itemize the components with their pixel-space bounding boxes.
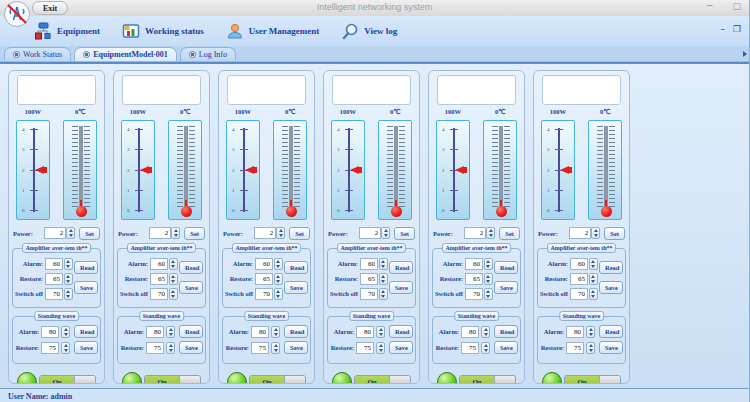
spinner-down-icon[interactable] [487,233,494,238]
standing-wave-group-title[interactable]: Standing wave [349,311,395,321]
spinner-down-icon[interactable] [382,233,389,238]
power-input[interactable] [464,227,486,239]
power-input[interactable] [149,227,171,239]
amplifier-restore-spinner[interactable] [274,273,283,285]
spinner-down-icon[interactable] [172,233,179,238]
spinner-down-icon[interactable] [272,332,279,337]
amplifier-read-button[interactable]: Read [284,261,308,274]
power-spinner[interactable] [591,227,600,239]
minimize-icon[interactable]: ─ [707,1,712,11]
standing-wave-save-button[interactable]: Save [494,341,518,354]
amplifier-alarm-spinner[interactable] [64,258,73,270]
standing-wave-restore-input[interactable] [356,342,374,354]
amplifier-switch-off-input[interactable] [255,288,273,300]
amplifier-switch-off-spinner[interactable] [379,288,388,300]
amplifier-restore-input[interactable] [570,273,588,285]
power-on-toggle[interactable]: On [39,375,96,385]
spinner-down-icon[interactable] [380,294,387,299]
amplifier-alarm-input[interactable] [360,258,378,270]
amplifier-alarm-spinner[interactable] [589,258,598,270]
spinner-down-icon[interactable] [275,264,282,269]
amplifier-group-title[interactable]: Amplifier over-tem th** [232,243,302,253]
standing-wave-group-title[interactable]: Standing wave [454,311,500,321]
view-log-button[interactable]: View log [337,18,401,44]
amplifier-read-button[interactable]: Read [179,261,203,274]
amplifier-switch-off-spinner[interactable] [274,288,283,300]
exit-button[interactable]: Exit [32,1,68,15]
amplifier-switch-off-spinner[interactable] [484,288,493,300]
mdi-minimize-icon[interactable]: – [720,24,725,34]
standing-wave-restore-spinner[interactable] [481,342,490,354]
spinner-down-icon[interactable] [65,294,72,299]
standing-wave-read-button[interactable]: Read [74,325,98,338]
set-button[interactable]: Set [499,227,520,240]
spinner-down-icon[interactable] [275,294,282,299]
standing-wave-restore-spinner[interactable] [271,342,280,354]
standing-wave-save-button[interactable]: Save [389,341,413,354]
amplifier-save-button[interactable]: Save [599,281,623,294]
standing-wave-read-button[interactable]: Read [389,325,413,338]
power-on-toggle[interactable]: On [249,375,306,385]
maximize-icon[interactable]: ▢ [732,1,741,11]
spinner-down-icon[interactable] [277,233,284,238]
spinner-down-icon[interactable] [272,348,279,353]
standing-wave-alarm-input[interactable] [566,326,584,338]
spinner-down-icon[interactable] [62,348,69,353]
amplifier-group-title[interactable]: Amplifier over-tem th** [547,243,617,253]
amplifier-read-button[interactable]: Read [599,261,623,274]
amplifier-save-button[interactable]: Save [389,281,413,294]
spinner-down-icon[interactable] [65,279,72,284]
standing-wave-group-title[interactable]: Standing wave [244,311,290,321]
spinner-down-icon[interactable] [587,332,594,337]
spinner-down-icon[interactable] [485,294,492,299]
standing-wave-restore-input[interactable] [146,342,164,354]
standing-wave-read-button[interactable]: Read [284,325,308,338]
power-on-toggle[interactable]: On [144,375,201,385]
amplifier-restore-input[interactable] [150,273,168,285]
power-input[interactable] [44,227,66,239]
standing-wave-group-title[interactable]: Standing wave [139,311,185,321]
amplifier-save-button[interactable]: Save [179,281,203,294]
standing-wave-alarm-input[interactable] [461,326,479,338]
standing-wave-save-button[interactable]: Save [284,341,308,354]
amplifier-switch-off-spinner[interactable] [169,288,178,300]
amplifier-alarm-input[interactable] [255,258,273,270]
power-spinner[interactable] [276,227,285,239]
amplifier-restore-input[interactable] [255,273,273,285]
standing-wave-group-title[interactable]: Standing wave [34,311,80,321]
standing-wave-read-button[interactable]: Read [179,325,203,338]
standing-wave-alarm-spinner[interactable] [586,326,595,338]
tab-equipment-model-001[interactable]: EquipmentModel-001 [74,47,177,61]
spinner-down-icon[interactable] [377,332,384,337]
power-spinner[interactable] [171,227,180,239]
standing-wave-restore-spinner[interactable] [376,342,385,354]
spinner-down-icon[interactable] [377,348,384,353]
spinner-down-icon[interactable] [587,348,594,353]
spinner-down-icon[interactable] [170,294,177,299]
amplifier-save-button[interactable]: Save [494,281,518,294]
amplifier-save-button[interactable]: Save [74,281,98,294]
working-status-button[interactable]: Working status [118,18,208,44]
standing-wave-alarm-spinner[interactable] [376,326,385,338]
standing-wave-save-button[interactable]: Save [179,341,203,354]
amplifier-switch-off-input[interactable] [570,288,588,300]
amplifier-restore-spinner[interactable] [169,273,178,285]
spinner-down-icon[interactable] [590,264,597,269]
tab-work-status[interactable]: Work Status [4,47,71,61]
amplifier-switch-off-input[interactable] [45,288,63,300]
amplifier-group-title[interactable]: Amplifier over-tem th** [22,243,92,253]
standing-wave-read-button[interactable]: Read [599,325,623,338]
amplifier-alarm-spinner[interactable] [379,258,388,270]
power-spinner[interactable] [486,227,495,239]
amplifier-restore-input[interactable] [360,273,378,285]
spinner-down-icon[interactable] [482,332,489,337]
amplifier-save-button[interactable]: Save [284,281,308,294]
power-input[interactable] [359,227,381,239]
standing-wave-save-button[interactable]: Save [599,341,623,354]
standing-wave-alarm-input[interactable] [146,326,164,338]
amplifier-group-title[interactable]: Amplifier over-tem th** [127,243,197,253]
standing-wave-restore-input[interactable] [41,342,59,354]
amplifier-read-button[interactable]: Read [74,261,98,274]
amplifier-alarm-input[interactable] [150,258,168,270]
standing-wave-group-title[interactable]: Standing wave [559,311,605,321]
